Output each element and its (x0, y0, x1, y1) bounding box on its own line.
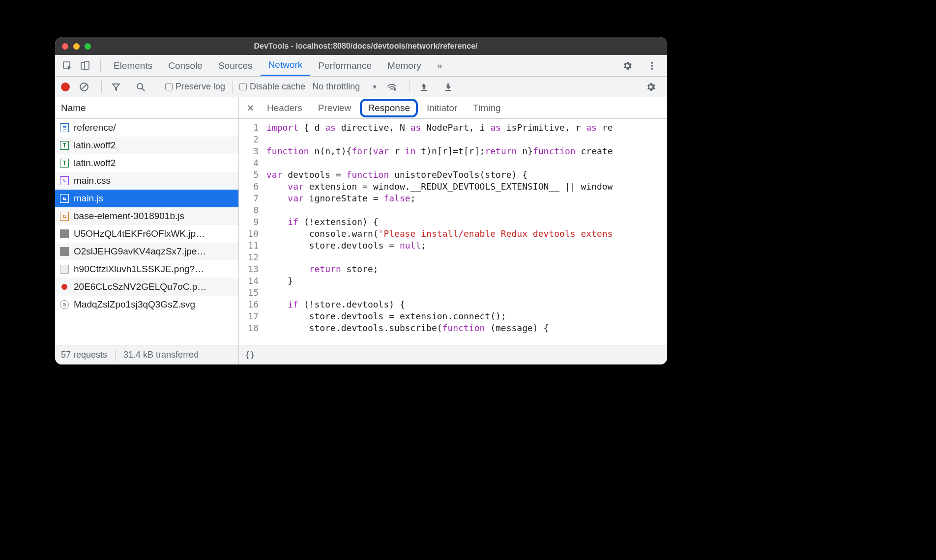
checkbox-icon (239, 83, 247, 90)
separator (100, 59, 101, 72)
preserve-log-checkbox[interactable]: Preserve log (165, 82, 225, 92)
png-file-icon (60, 265, 69, 274)
clear-icon[interactable] (77, 80, 91, 94)
download-har-icon[interactable] (441, 80, 456, 94)
split-view: Name ≡reference/Tlatin.woff2Tlatin.woff2… (55, 97, 667, 364)
line-number-gutter: 1 2 3 4 5 6 7 8 9 10 11 12 13 14 15 16 1… (239, 119, 263, 345)
inspect-element-icon[interactable] (60, 58, 75, 73)
tab-overflow[interactable]: » (429, 55, 450, 76)
tab-elements[interactable]: Elements (106, 55, 160, 76)
svg-file-icon: ⊘ (60, 300, 69, 309)
svg-point-5 (651, 68, 653, 70)
request-name: main.js (74, 193, 103, 204)
detail-tab-timing[interactable]: Timing (466, 101, 507, 115)
detail-panel: ✕ Headers Preview Response Initiator Tim… (239, 97, 667, 364)
titlebar: DevTools - localhost:8080/docs/devtools/… (55, 37, 667, 55)
rec-file-icon (60, 282, 69, 291)
record-button-icon[interactable] (61, 83, 70, 91)
request-name: 20E6CLcSzNV2GELQu7oC.p… (74, 281, 206, 292)
svg-point-4 (651, 65, 653, 67)
request-row[interactable]: Tlatin.woff2 (55, 154, 238, 172)
request-list-header[interactable]: Name (55, 97, 238, 119)
request-row[interactable]: 20E6CLcSzNV2GELQu7oC.p… (55, 278, 238, 296)
svg-rect-2 (85, 61, 89, 69)
tab-performance[interactable]: Performance (310, 55, 380, 76)
kebab-menu-icon[interactable] (644, 58, 659, 73)
svg-rect-11 (421, 90, 427, 91)
request-row[interactable]: U5OHzQL4tEKFr6OFlxWK.jp… (55, 225, 238, 243)
request-status-bar: 57 requests 31.4 kB transferred (55, 345, 238, 364)
svg-line-7 (81, 84, 87, 90)
request-name: reference/ (74, 122, 116, 133)
request-row[interactable]: O2slJEHG9avKV4aqzSx7.jpe… (55, 243, 238, 260)
throttling-dropdown[interactable]: No throttling ▼ (312, 82, 378, 92)
svg-point-3 (651, 62, 653, 64)
request-name: O2slJEHG9avKV4aqzSx7.jpe… (74, 246, 206, 257)
request-row[interactable]: ⇆base-element-3018901b.js (55, 207, 238, 225)
svg-point-8 (137, 84, 143, 89)
requests-count: 57 requests (61, 350, 107, 360)
network-conditions-icon[interactable] (384, 80, 399, 94)
window-title: DevTools - localhost:8080/docs/devtools/… (71, 42, 660, 51)
svg-line-9 (142, 88, 145, 91)
img-file-icon (60, 247, 69, 256)
throttling-label: No throttling (312, 82, 360, 92)
disable-cache-checkbox[interactable]: Disable cache (239, 82, 305, 92)
font-file-icon: T (60, 141, 69, 150)
svg-point-10 (394, 88, 396, 90)
device-toolbar-icon[interactable] (78, 58, 92, 73)
request-row[interactable]: ⇆main.js (55, 190, 238, 207)
pretty-print-button[interactable]: {} (245, 350, 255, 360)
separator (158, 81, 158, 93)
request-name: latin.woff2 (74, 140, 116, 151)
tab-network[interactable]: Network (261, 55, 311, 76)
detail-tab-initiator[interactable]: Initiator (420, 101, 464, 115)
js-file-icon: ⇆ (60, 194, 69, 203)
detail-tab-preview[interactable]: Preview (311, 101, 358, 115)
separator (409, 81, 410, 93)
dropdown-arrow-icon: ▼ (372, 84, 378, 90)
request-name: latin.woff2 (74, 158, 116, 168)
upload-har-icon[interactable] (416, 80, 431, 94)
request-name: main.css (74, 175, 111, 186)
request-list-panel: Name ≡reference/Tlatin.woff2Tlatin.woff2… (55, 97, 239, 364)
css-file-icon: ✎ (60, 176, 69, 185)
main-tab-bar: Elements Console Sources Network Perform… (55, 55, 667, 77)
request-name: U5OHzQL4tEKFr6OFlxWK.jp… (74, 228, 205, 239)
filter-icon[interactable] (109, 80, 123, 94)
tab-memory[interactable]: Memory (380, 55, 429, 76)
code-footer-bar: {} (239, 345, 667, 364)
request-row[interactable]: ✎main.css (55, 172, 238, 190)
detail-tab-response[interactable]: Response (360, 99, 418, 117)
separator (232, 81, 233, 93)
preserve-log-label: Preserve log (176, 82, 225, 92)
devtools-window: DevTools - localhost:8080/docs/devtools/… (55, 37, 667, 364)
disable-cache-label: Disable cache (250, 82, 305, 92)
detail-tab-headers[interactable]: Headers (260, 101, 309, 115)
code-content: import { d as directive, N as NodePart, … (263, 119, 667, 345)
request-row[interactable]: Tlatin.woff2 (55, 137, 238, 154)
tab-sources[interactable]: Sources (210, 55, 261, 76)
request-row[interactable]: h90CtfziXluvh1LSSKJE.png?… (55, 260, 238, 278)
tab-console[interactable]: Console (160, 55, 210, 76)
response-code-viewer[interactable]: 1 2 3 4 5 6 7 8 9 10 11 12 13 14 15 16 1… (239, 119, 667, 345)
transferred-size: 31.4 kB transferred (123, 350, 199, 360)
request-row[interactable]: ⊘MadqZslZpo1sj3qQ3GsZ.svg (55, 296, 238, 313)
close-detail-icon[interactable]: ✕ (243, 103, 258, 113)
network-settings-gear-icon[interactable] (644, 80, 658, 94)
close-window-icon[interactable] (62, 43, 68, 50)
request-name: h90CtfziXluvh1LSSKJE.png?… (74, 264, 204, 275)
checkbox-icon (165, 83, 173, 90)
request-list-body: ≡reference/Tlatin.woff2Tlatin.woff2✎main… (55, 119, 238, 345)
settings-gear-icon[interactable] (620, 58, 635, 73)
js-file-icon: ⇆ (60, 212, 69, 221)
request-name: base-element-3018901b.js (74, 211, 184, 222)
request-name: MadqZslZpo1sj3qQ3GsZ.svg (74, 299, 195, 310)
separator (115, 350, 116, 361)
svg-rect-12 (445, 90, 451, 91)
font-file-icon: T (60, 159, 69, 168)
request-row[interactable]: ≡reference/ (55, 119, 238, 137)
search-icon[interactable] (133, 80, 148, 94)
doc-file-icon: ≡ (60, 123, 69, 132)
network-toolbar: Preserve log Disable cache No throttling… (55, 77, 667, 97)
